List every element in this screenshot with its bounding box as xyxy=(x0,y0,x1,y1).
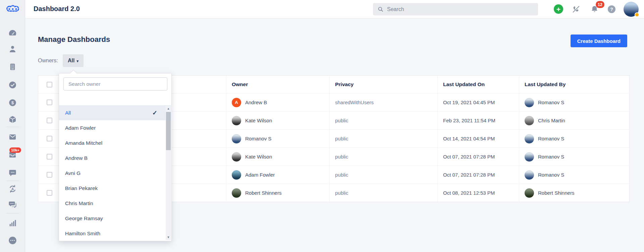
privacy-cell: public xyxy=(329,112,437,129)
select-all-checkbox[interactable] xyxy=(47,82,52,87)
owners-filter-label: Owners: xyxy=(38,58,58,64)
owner-option[interactable]: Hamilton Smith xyxy=(59,226,172,241)
page-title: Manage Dashboards xyxy=(38,35,110,44)
caret-down-icon: ▾ xyxy=(76,59,78,63)
owner-option[interactable]: Chris Martin xyxy=(59,196,172,211)
search-icon xyxy=(377,6,384,12)
owner-cell: Adam Fowler xyxy=(226,166,329,184)
owners-filter-dropdown-button[interactable]: All▾ xyxy=(63,54,84,67)
sidebar-divider xyxy=(6,127,19,127)
notification-badge: 12 xyxy=(596,1,604,8)
owner-option-label: Amanda Mitchel xyxy=(65,140,102,146)
owner-option[interactable]: Andrew B xyxy=(59,150,172,166)
phone-muted-icon[interactable] xyxy=(572,5,580,13)
privacy-cell: public xyxy=(329,130,437,147)
row-checkbox[interactable] xyxy=(47,136,52,141)
owner-name: Robert Shinners xyxy=(245,190,281,196)
add-button[interactable]: + xyxy=(554,4,563,14)
select-all-cell xyxy=(38,76,60,93)
owner-column-header: Owner xyxy=(226,76,329,93)
svg-text:$: $ xyxy=(11,100,14,105)
sidebar-item-more[interactable] xyxy=(8,236,17,245)
updated-by-cell: Romanov S xyxy=(519,93,629,111)
svg-text:A: A xyxy=(11,187,14,191)
avatar xyxy=(525,170,534,180)
owner-cell: Kate Wilson xyxy=(226,148,329,166)
owner-name: Kate Wilson xyxy=(245,118,272,123)
avatar xyxy=(232,116,241,125)
avatar: A xyxy=(232,98,241,107)
updated-on-column-header: Last Updated On xyxy=(437,76,519,93)
owner-option[interactable]: Adam Fowler xyxy=(59,120,172,135)
owner-option[interactable]: Avni G xyxy=(59,166,172,181)
scroll-down-icon[interactable]: ▼ xyxy=(166,235,171,240)
owners-dropdown-panel: All✓ Adam Fowler Amanda Mitchel Andrew B… xyxy=(59,73,172,241)
avatar xyxy=(525,98,534,107)
help-icon[interactable]: ? xyxy=(608,5,615,13)
search-input[interactable] xyxy=(387,6,521,12)
owner-option-label: All xyxy=(65,110,71,116)
updated-by-name: Chris Martin xyxy=(538,118,565,123)
create-dashboard-button[interactable]: Create Dashboard xyxy=(571,35,627,47)
sidebar-item-products[interactable] xyxy=(8,115,17,124)
sidebar-item-dashboard[interactable] xyxy=(8,28,17,38)
sidebar-divider xyxy=(6,181,19,181)
privacy-column-header: Privacy xyxy=(329,76,437,93)
app-logo-icon xyxy=(6,4,20,13)
owner-name: Kate Wilson xyxy=(245,154,272,160)
owner-cell: Kate Wilson xyxy=(226,112,329,129)
user-avatar[interactable] xyxy=(624,2,639,17)
owner-option[interactable]: Amanda Mitchel xyxy=(59,135,172,150)
owner-options-list: All✓ Adam Fowler Amanda Mitchel Andrew B… xyxy=(59,105,172,241)
updated-on-cell: Oct 08, 2021 12:53 PM xyxy=(437,184,519,202)
owner-option[interactable]: All✓ xyxy=(59,105,172,120)
owners-filter-value: All xyxy=(68,58,74,63)
owner-option[interactable]: Brian Pekarek xyxy=(59,181,172,196)
global-search[interactable] xyxy=(373,3,538,15)
sidebar-item-reports[interactable] xyxy=(8,218,17,228)
sidebar-item-contacts[interactable] xyxy=(8,45,17,54)
avatar xyxy=(232,152,241,162)
sidebar-item-tasks[interactable] xyxy=(8,80,17,89)
avatar xyxy=(525,152,534,162)
sidebar: $ 10k+ A xyxy=(0,0,25,252)
sidebar-item-calculator[interactable] xyxy=(8,62,17,71)
updated-by-cell: Romanov S xyxy=(519,130,629,147)
owner-option[interactable]: George Ramsay xyxy=(59,211,172,226)
avatar xyxy=(232,134,241,143)
updated-on-cell: Oct 07, 2021 07:28 PM xyxy=(437,166,519,184)
scrollbar-thumb[interactable] xyxy=(166,112,171,150)
updated-by-cell: Romanov S xyxy=(519,166,629,184)
dropdown-scrollbar[interactable]: ▲ ▼ xyxy=(166,106,171,240)
row-checkbox[interactable] xyxy=(47,118,52,123)
privacy-cell: public xyxy=(329,166,437,184)
scroll-up-icon[interactable]: ▲ xyxy=(166,106,171,111)
owner-option-label: Andrew B xyxy=(65,155,88,161)
row-checkbox[interactable] xyxy=(47,172,52,178)
sidebar-divider xyxy=(6,213,19,213)
privacy-cell: sharedWithUsers xyxy=(329,93,437,111)
sidebar-item-mail[interactable] xyxy=(8,132,17,141)
row-checkbox[interactable] xyxy=(47,100,52,105)
sidebar-item-chat[interactable] xyxy=(8,168,17,177)
updated-by-name: Robert Shinners xyxy=(538,190,574,196)
main-content: Manage Dashboards Create Dashboard Owner… xyxy=(25,18,644,252)
owner-search-input[interactable] xyxy=(63,77,167,90)
owner-cell: Romanov S xyxy=(226,130,329,147)
owner-cell: AAndrew B xyxy=(226,93,329,111)
sidebar-item-conversations[interactable] xyxy=(8,200,17,209)
avatar xyxy=(232,170,241,180)
owner-name: Adam Fowler xyxy=(245,172,275,178)
top-bar: Dashboard 2.0 + 12 ? xyxy=(25,0,644,18)
privacy-cell: public xyxy=(329,184,437,202)
sidebar-item-billing[interactable]: $ xyxy=(8,98,17,107)
avatar xyxy=(525,116,534,125)
updated-by-cell: Romanov S xyxy=(519,148,629,166)
updated-by-name: Romanov S xyxy=(538,172,564,178)
row-checkbox[interactable] xyxy=(47,190,52,196)
sidebar-item-automation[interactable]: A xyxy=(8,184,17,193)
row-checkbox[interactable] xyxy=(47,154,52,160)
owner-option-label: Brian Pekarek xyxy=(65,185,98,191)
check-icon: ✓ xyxy=(152,109,157,117)
updated-on-cell: Oct 19, 2021 04:45 PM xyxy=(437,93,519,111)
